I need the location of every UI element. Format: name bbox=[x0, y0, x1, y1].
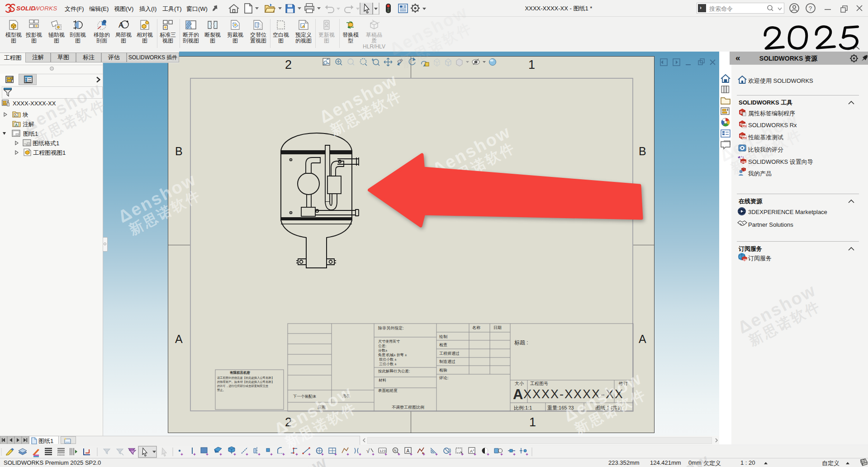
svg-text:日期: 日期 bbox=[493, 325, 502, 330]
svg-text:双位小数 ±: 双位小数 ± bbox=[379, 357, 397, 362]
svg-text:123: 123 bbox=[379, 449, 386, 453]
svg-text:A°: A° bbox=[470, 449, 474, 453]
svg-text:应用: 应用 bbox=[318, 405, 326, 410]
svg-text:分数±: 分数± bbox=[378, 348, 388, 353]
svg-text:检验: 检验 bbox=[439, 368, 447, 372]
svg-text:工程师通过: 工程师通过 bbox=[439, 351, 460, 356]
svg-text:XXXX-XXXX-XX: XXXX-XXXX-XX bbox=[523, 387, 624, 401]
svg-text:不调整工程图比例: 不调整工程图比例 bbox=[392, 405, 424, 410]
svg-text:S: S bbox=[740, 110, 743, 114]
svg-text:SW: SW bbox=[741, 161, 746, 163]
svg-text:材料: 材料 bbox=[378, 378, 387, 382]
svg-text:三位小数 ±: 三位小数 ± bbox=[379, 362, 397, 366]
svg-text:√: √ bbox=[366, 448, 370, 454]
svg-text:Rx: Rx bbox=[743, 124, 747, 128]
svg-text:的许可，进行任何部分或全部复制应完全: 的许可，进行任何部分或全部复制应完全 bbox=[217, 384, 269, 388]
svg-text:S: S bbox=[740, 122, 743, 126]
svg-text:N: N bbox=[394, 449, 396, 452]
svg-text:Rx: Rx bbox=[743, 136, 747, 139]
svg-text:表面粗糙度: 表面粗糙度 bbox=[378, 388, 398, 393]
svg-text:按此解释行为公差:: 按此解释行为公差: bbox=[378, 369, 410, 373]
svg-text:A: A bbox=[407, 448, 410, 453]
svg-text:该工程图中的信息是【在此处插入公司名称】: 该工程图中的信息是【在此处插入公司名称】 bbox=[217, 376, 274, 380]
svg-text:修订: 修订 bbox=[618, 381, 628, 386]
svg-text:A: A bbox=[513, 386, 523, 402]
svg-text:角度:机械± 折弯 ±: 角度:机械± 折弯 ± bbox=[378, 353, 407, 357]
svg-text:S: S bbox=[740, 134, 743, 138]
svg-text:比例:1:1: 比例:1:1 bbox=[514, 405, 532, 410]
svg-text:标题 :: 标题 : bbox=[514, 339, 528, 346]
svg-text:重量:165.23: 重量:165.23 bbox=[547, 405, 574, 410]
svg-text:用在: 用在 bbox=[342, 394, 351, 398]
svg-text:的独有财产。如未经【在此处插入公司名称】: 的独有财产。如未经【在此处插入公司名称】 bbox=[217, 380, 274, 384]
svg-text:除非另外指定:: 除非另外指定: bbox=[378, 326, 404, 330]
svg-text:A: A bbox=[15, 123, 18, 127]
svg-text:公差:: 公差: bbox=[378, 344, 386, 348]
svg-text:名称: 名称 bbox=[472, 325, 480, 330]
svg-text:有限权且机密: 有限权且机密 bbox=[229, 371, 251, 375]
svg-text:图纸 1 (共1): 图纸 1 (共1) bbox=[595, 405, 622, 410]
svg-text:制造通过: 制造通过 bbox=[439, 359, 455, 364]
svg-text:检查: 检查 bbox=[439, 343, 447, 347]
svg-text:禁止。: 禁止。 bbox=[217, 388, 226, 391]
svg-text:SW: SW bbox=[743, 258, 747, 261]
svg-text:绘制: 绘制 bbox=[439, 334, 447, 339]
svg-text:大小: 大小 bbox=[515, 381, 524, 386]
svg-text:尺寸使用英寸: 尺寸使用英寸 bbox=[378, 339, 400, 343]
svg-text:工程图号: 工程图号 bbox=[530, 381, 548, 386]
svg-text:评论:: 评论: bbox=[439, 376, 449, 380]
svg-text:下一个装配体: 下一个装配体 bbox=[293, 394, 317, 399]
